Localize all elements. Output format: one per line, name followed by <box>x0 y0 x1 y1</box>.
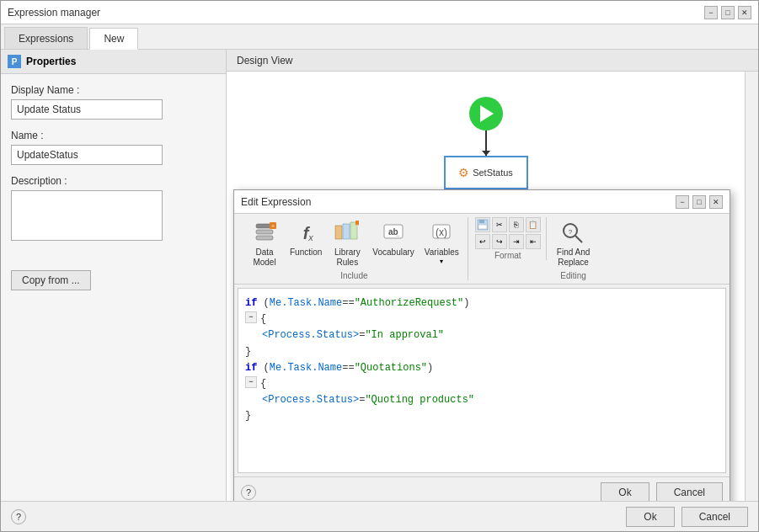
dialog-controls: − □ ✕ <box>676 195 723 209</box>
code-editor[interactable]: if (Me.Task.Name=="AuthorizeRequest") − … <box>238 288 726 473</box>
fold-btn-2[interactable]: − <box>245 376 257 388</box>
toolbar-group-include: + DataModel f <box>241 217 468 280</box>
title-bar: Expression manager − □ ✕ <box>1 1 758 24</box>
minimize-button[interactable]: − <box>704 6 718 19</box>
display-name-group: Display Name : <box>11 84 216 120</box>
svg-rect-1 <box>256 230 273 234</box>
library-rules-label: LibraryRules <box>334 247 361 268</box>
svg-line-21 <box>575 236 582 242</box>
tab-bar: Expressions New <box>1 24 758 50</box>
edit-expression-dialog: Edit Expression − □ ✕ <box>233 189 730 501</box>
dialog-cancel-button[interactable]: Cancel <box>656 482 723 501</box>
properties-header: P Properties <box>1 50 226 74</box>
function-button[interactable]: f x Function <box>286 217 325 269</box>
design-scrollbar[interactable] <box>745 72 758 501</box>
library-rules-button[interactable]: + LibraryRules <box>329 217 366 269</box>
variables-icon: (x) <box>428 219 455 246</box>
save-button[interactable] <box>475 217 490 232</box>
undo-button[interactable]: ↩ <box>475 234 490 249</box>
svg-text:(x): (x) <box>436 226 447 238</box>
vocabulary-label: Vocabulary <box>372 247 414 258</box>
format-section-label: Format <box>494 251 521 260</box>
flow-task-node[interactable]: ⚙ SetStatus <box>444 156 528 189</box>
name-input[interactable] <box>11 145 163 165</box>
code-line-4: } <box>245 344 719 360</box>
dialog-help-button[interactable]: ? <box>241 485 256 500</box>
dialog-close-button[interactable]: ✕ <box>709 195 723 209</box>
dialog-ok-button[interactable]: Ok <box>601 482 649 501</box>
tab-expressions[interactable]: Expressions <box>4 27 88 49</box>
dialog-bottom: ? Ok Cancel <box>234 476 730 501</box>
display-name-label: Display Name : <box>11 84 216 96</box>
dialog-bottom-buttons: Ok Cancel <box>601 482 723 501</box>
data-model-label: DataModel <box>253 247 275 268</box>
dialog-title-bar: Edit Expression − □ ✕ <box>234 190 730 214</box>
code-line-5: if (Me.Task.Name=="Quotations") <box>245 360 719 376</box>
svg-text:+: + <box>356 222 360 227</box>
close-button[interactable]: ✕ <box>738 6 751 19</box>
description-group: Description : <box>11 175 216 243</box>
paste-button[interactable]: 📋 <box>526 217 541 232</box>
task-icon: ⚙ <box>458 166 469 179</box>
find-replace-button[interactable]: ? Find AndReplace <box>553 217 593 269</box>
properties-icon: P <box>8 55 21 68</box>
dialog-toolbar: + DataModel f <box>234 214 730 285</box>
variables-label: Variables <box>425 247 459 258</box>
vocabulary-icon: ab _ <box>380 219 407 246</box>
window-title: Expression manager <box>8 7 100 19</box>
bottom-bar: ? Ok Cancel <box>1 501 758 531</box>
copy-button[interactable]: ⎘ <box>509 217 524 232</box>
variables-button[interactable]: (x) Variables ▾ <box>421 217 462 269</box>
redo-button[interactable]: ↪ <box>492 234 507 249</box>
code-line-1: if (Me.Task.Name=="AuthorizeRequest") <box>245 295 719 311</box>
name-group: Name : <box>11 130 216 165</box>
design-view-tab: Design View <box>227 50 758 72</box>
name-label: Name : <box>11 130 216 141</box>
description-label: Description : <box>11 175 216 187</box>
code-line-8: } <box>245 408 719 424</box>
svg-rect-2 <box>256 236 273 240</box>
svg-rect-18 <box>479 220 484 223</box>
editing-section-label: Editing <box>560 271 586 280</box>
maximize-button[interactable]: □ <box>721 6 735 19</box>
svg-text:?: ? <box>568 228 572 236</box>
right-panel: Design View ⚙ SetStatus <box>227 50 758 501</box>
svg-rect-19 <box>478 225 487 229</box>
left-panel: P Properties Display Name : Name : Descr… <box>1 50 227 501</box>
code-line-2: − { <box>245 311 719 327</box>
dialog-title: Edit Expression <box>241 196 311 208</box>
function-label: Function <box>290 247 322 258</box>
copy-from-button[interactable]: Copy from ... <box>11 270 91 290</box>
tab-new[interactable]: New <box>89 28 138 50</box>
svg-rect-8 <box>343 224 350 239</box>
fold-btn-1[interactable]: − <box>245 311 257 323</box>
toolbar-group-editing: ? Find AndReplace Editing <box>548 217 598 280</box>
vocabulary-button[interactable]: ab _ Vocabulary <box>369 217 417 269</box>
code-line-6: − { <box>245 376 719 392</box>
data-model-icon: + <box>251 219 278 246</box>
ok-button[interactable]: Ok <box>626 507 674 527</box>
main-right-wrapper: ⚙ SetStatus Edit Expression − □ ✕ <box>227 72 758 501</box>
data-model-button[interactable]: + DataModel <box>246 217 283 269</box>
toolbar-group-format: ✂ ⎘ 📋 ↩ ↪ ⇥ ⇤ <box>470 217 547 260</box>
code-line-7: <Process.Status>="Quoting products" <box>245 392 719 408</box>
flow-arrow <box>485 130 487 156</box>
indent-button[interactable]: ⇥ <box>509 234 524 249</box>
flow-start-node <box>469 97 503 130</box>
left-panel-content: Display Name : Name : Description : Copy… <box>1 74 226 501</box>
task-label: SetStatus <box>473 168 513 178</box>
find-replace-label: Find AndReplace <box>557 247 590 268</box>
dialog-maximize-button[interactable]: □ <box>692 195 706 209</box>
help-button[interactable]: ? <box>11 509 26 524</box>
outdent-button[interactable]: ⇤ <box>526 234 541 249</box>
cut-button[interactable]: ✂ <box>492 217 507 232</box>
title-bar-left: Expression manager <box>8 7 100 19</box>
description-textarea[interactable] <box>11 190 163 241</box>
find-replace-icon: ? <box>560 219 587 246</box>
svg-text:_: _ <box>395 230 399 237</box>
display-name-input[interactable] <box>11 99 163 120</box>
design-view-content: ⚙ SetStatus Edit Expression − □ ✕ <box>227 72 745 501</box>
dialog-minimize-button[interactable]: − <box>676 195 689 209</box>
properties-label: Properties <box>26 56 76 67</box>
cancel-button[interactable]: Cancel <box>681 507 748 527</box>
